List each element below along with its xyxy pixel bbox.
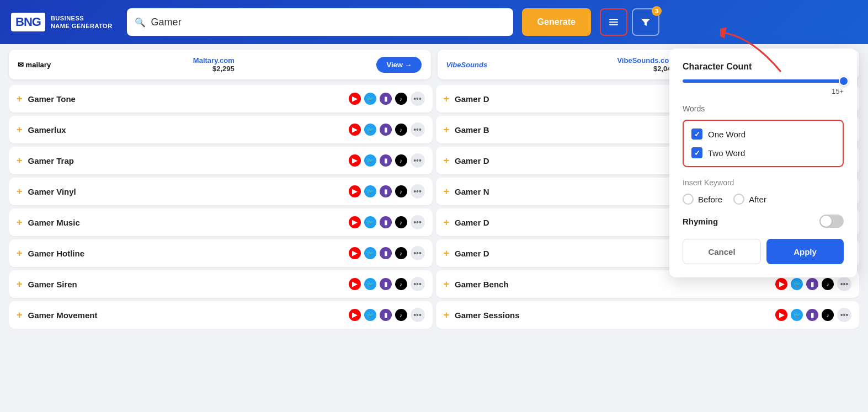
words-label: Words [683,104,844,113]
youtube-icon[interactable]: ▶ [349,309,361,321]
name-left: + Gamer B [444,124,489,136]
youtube-icon[interactable]: ▶ [349,93,361,105]
ad-logo-vibesounds: VibeSounds [446,61,488,69]
ad-card-mailary: ✉ mailary Maltary.com $2,295 View → [9,50,431,79]
add-icon[interactable]: + [17,186,23,197]
add-icon[interactable]: + [444,248,450,259]
name-text: Gamer Siren [28,280,77,289]
twitch-icon[interactable]: ▮ [380,93,392,105]
twitch-icon[interactable]: ▮ [806,309,818,321]
twitch-icon[interactable]: ▮ [380,247,392,259]
add-icon[interactable]: + [444,93,450,105]
youtube-icon[interactable]: ▶ [775,309,787,321]
twitter-icon[interactable]: 🐦 [364,278,376,290]
view-mailary-button[interactable]: View → [376,57,422,73]
twitter-icon[interactable]: 🐦 [364,154,376,167]
tiktok-icon[interactable]: ♪ [822,309,834,321]
twitter-icon[interactable]: 🐦 [364,185,376,197]
apply-button[interactable]: Apply [766,239,844,264]
more-button[interactable]: ••• [411,184,425,199]
twitch-icon[interactable]: ▮ [380,216,392,228]
tiktok-icon[interactable]: ♪ [395,216,407,228]
more-button[interactable]: ••• [411,153,425,168]
slider-thumb[interactable] [839,76,849,86]
add-icon[interactable]: + [17,248,23,259]
tiktok-icon[interactable]: ♪ [395,185,407,197]
twitch-icon[interactable]: ▮ [380,124,392,136]
youtube-icon[interactable]: ▶ [349,216,361,228]
add-icon[interactable]: + [17,124,23,136]
more-button[interactable]: ••• [837,277,851,291]
twitter-icon[interactable]: 🐦 [364,93,376,105]
ad-card-info-vibesounds: VibeSounds.com $2,045 [617,56,675,73]
add-icon[interactable]: + [17,155,23,167]
tiktok-icon[interactable]: ♪ [395,124,407,136]
twitter-icon[interactable]: 🐦 [364,309,376,321]
name-text: Gamer Music [28,218,80,227]
twitch-icon[interactable]: ▮ [380,309,392,321]
after-radio-item[interactable]: After [733,194,766,205]
tiktok-icon[interactable]: ♪ [395,93,407,105]
name-actions: ▶ 🐦 ▮ ♪ ••• [349,246,425,260]
twitch-icon[interactable]: ▮ [380,185,392,197]
tiktok-icon[interactable]: ♪ [395,278,407,290]
tiktok-icon[interactable]: ♪ [395,154,407,167]
more-button[interactable]: ••• [837,308,851,322]
more-button[interactable]: ••• [411,277,425,291]
before-radio[interactable] [683,194,694,205]
generate-button[interactable]: Generate [522,8,591,36]
name-text: Gamer Sessions [455,311,520,320]
youtube-icon[interactable]: ▶ [349,154,361,167]
after-radio[interactable] [733,194,744,205]
twitter-icon[interactable]: 🐦 [364,216,376,228]
twitch-icon[interactable]: ▮ [806,278,818,290]
one-word-checkbox[interactable]: ✓ [691,129,702,140]
youtube-icon[interactable]: ▶ [349,124,361,136]
twitter-icon[interactable]: 🐦 [364,124,376,136]
add-icon[interactable]: + [444,217,450,228]
name-actions: ▶ 🐦 ▮ ♪ ••• [349,184,425,199]
options-button[interactable] [600,8,627,36]
two-word-checkbox-item[interactable]: ✓ Two Word [691,145,835,160]
twitter-icon[interactable]: 🐦 [791,278,803,290]
youtube-icon[interactable]: ▶ [349,247,361,259]
add-icon[interactable]: + [17,217,23,228]
youtube-icon[interactable]: ▶ [775,278,787,290]
add-icon[interactable]: + [17,93,23,105]
add-icon[interactable]: + [444,279,450,290]
add-icon[interactable]: + [444,186,450,197]
two-word-checkbox[interactable]: ✓ [691,147,702,158]
rhyming-toggle[interactable] [819,215,844,228]
twitter-icon[interactable]: 🐦 [364,247,376,259]
name-text: Gamer Vinyl [28,187,76,196]
youtube-icon[interactable]: ▶ [349,278,361,290]
youtube-icon[interactable]: ▶ [349,185,361,197]
add-icon[interactable]: + [444,124,450,136]
character-count-slider[interactable] [683,79,844,83]
name-left: + Gamer Music [17,217,80,228]
add-icon[interactable]: + [444,155,450,167]
add-icon[interactable]: + [17,279,23,290]
search-input[interactable] [127,8,513,36]
name-text: Gamer Trap [28,156,74,165]
more-button[interactable]: ••• [411,122,425,137]
more-button[interactable]: ••• [411,215,425,229]
more-button[interactable]: ••• [411,308,425,322]
twitch-icon[interactable]: ▮ [380,154,392,167]
add-icon[interactable]: + [17,309,23,321]
more-button[interactable]: ••• [411,246,425,260]
before-radio-item[interactable]: Before [683,194,722,205]
ad-card-info-mailary: Maltary.com $2,295 [193,56,235,73]
twitter-icon[interactable]: 🐦 [791,309,803,321]
more-button[interactable]: ••• [411,92,425,106]
tiktok-icon[interactable]: ♪ [395,247,407,259]
cancel-button[interactable]: Cancel [683,239,761,264]
list-item: + Gamer Vinyl ▶ 🐦 ▮ ♪ ••• [9,178,433,205]
name-actions: ▶ 🐦 ▮ ♪ ••• [775,308,851,322]
one-word-checkbox-item[interactable]: ✓ One Word [691,126,835,142]
add-icon[interactable]: + [444,309,450,321]
tiktok-icon[interactable]: ♪ [395,309,407,321]
filter-button[interactable]: 3 [632,8,659,36]
twitch-icon[interactable]: ▮ [380,278,392,290]
tiktok-icon[interactable]: ♪ [822,278,834,290]
